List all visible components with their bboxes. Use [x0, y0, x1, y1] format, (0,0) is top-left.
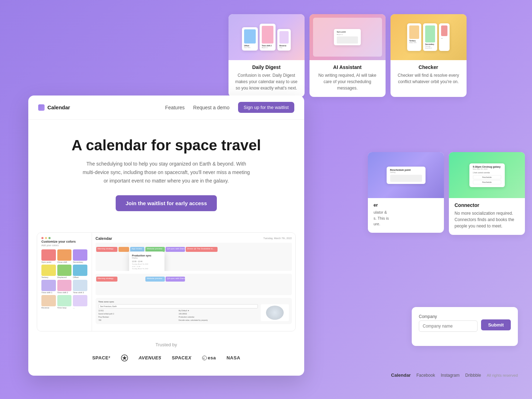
checker-image: Tertiary Within 10% Secondary Strongly d…: [391, 14, 467, 60]
footer-section: Calendar Facebook Instagram Dribbble All…: [391, 372, 518, 378]
cal-popup: Production sync Display 12:00 - 12:44 Tu…: [129, 251, 164, 271]
cal-date: Tuesday, March 7th, 2022: [263, 237, 292, 239]
calendar-main: Calendar Tuesday, March 7th, 2022 Mornin…: [92, 233, 295, 331]
feature-card-calculator: Reschedule point Setting er ulator &s. T…: [368, 152, 444, 233]
cal-time-grid-2: Morning strategy Website preview QA sync…: [96, 274, 292, 295]
footer-link-dribbble[interactable]: Dribbble: [465, 373, 481, 378]
color-grid: Sync point Close shift Secondary Tertiar…: [41, 249, 87, 309]
logo-esa: € esa: [202, 355, 216, 360]
trusted-section: Trusted by SPACE² AVENUE5 SPACEX € esa N…: [28, 331, 304, 362]
connector-image: 5:30pm Circinug galaxy Mon April 25, 202…: [449, 152, 525, 198]
cal-event-9: QA sync with Diana: [166, 277, 185, 282]
hero-cta-button[interactable]: Join the waitlist for early access: [116, 195, 217, 211]
daily-digest-image: Offset Over 85% Time shift 2 Maybe no Re…: [229, 14, 305, 60]
cal-event-1: Morning strategy: [96, 247, 117, 252]
main-card: Calendar Features Request a demo Sign up…: [28, 96, 304, 376]
ai-assistant-image: Sync point Maybe no: [310, 14, 386, 60]
cal-event-7: Morning strategy: [96, 277, 117, 282]
logo-spacex: SPACEX: [172, 355, 192, 360]
cal-event-4: Website preview: [145, 247, 165, 252]
calendar-screenshot: Customize your colors Add your colors Sy…: [37, 232, 296, 331]
ai-assistant-title: AI Assistant: [310, 64, 386, 70]
footer-link-instagram[interactable]: Instagram: [441, 373, 459, 378]
submit-button[interactable]: Submit: [481, 319, 511, 330]
company-label: Company: [419, 314, 478, 319]
svg-marker-1: [122, 355, 127, 360]
trusted-label: Trusted by: [42, 342, 290, 347]
cal-title: Calendar: [96, 236, 112, 241]
form-section: Company Submit: [412, 307, 518, 346]
logo: Calendar: [38, 104, 165, 111]
cal-settings: Time zone sync San Francisco, Earth 12:8…: [96, 298, 292, 324]
footer-link-facebook[interactable]: Facebook: [416, 373, 435, 378]
cal-event-2: [118, 247, 129, 252]
company-input[interactable]: [419, 320, 478, 332]
svg-text:€: €: [203, 357, 205, 359]
cal-time-grid-1: Morning strategy App review Website prev…: [96, 243, 292, 271]
feature-card-checker: Tertiary Within 10% Secondary Strongly d…: [391, 14, 467, 97]
nav-links: Features Request a demo Sign up for the …: [165, 102, 294, 113]
logo-nasa: NASA: [226, 355, 240, 360]
trusted-logos: SPACE² AVENUE5 SPACEX € esa NASA: [42, 354, 290, 362]
feature-card-ai-assistant: Sync point Maybe no AI Assistant No writ…: [310, 14, 386, 97]
cal-sidebar-title: Customize your colors: [41, 240, 87, 243]
hero-title: A calendar for space travel: [50, 137, 283, 154]
calculator-desc: ulator &s. This isure.: [374, 209, 438, 227]
nav-link-features[interactable]: Features: [165, 105, 185, 110]
connector-popup: 5:30pm Circinug galaxy Mon April 25, 202…: [469, 163, 505, 187]
logo-icon: [38, 104, 45, 111]
hero-section: A calendar for space travel The scheduly…: [28, 120, 304, 222]
logo-space: SPACE²: [92, 355, 110, 360]
footer-brand: Calendar: [391, 372, 411, 378]
feature-card-daily-digest: Offset Over 85% Time shift 2 Maybe no Re…: [229, 14, 305, 97]
feature-card-connector: 5:30pm Circinug galaxy Mon April 25, 202…: [449, 152, 525, 235]
daily-digest-title: Daily Digest: [229, 64, 305, 70]
calendar-sidebar: Customize your colors Add your colors Sy…: [37, 233, 92, 331]
nav-link-demo[interactable]: Request a demo: [193, 105, 230, 110]
hero-description: The schedulying tool to help you stay or…: [81, 160, 251, 185]
navbar: Calendar Features Request a demo Sign up…: [28, 96, 304, 120]
cal-sidebar-sub: Add your colors: [41, 244, 87, 247]
cal-event-6: Dinner @ The Snakebite to...: [186, 247, 218, 252]
logo-text: Calendar: [47, 104, 70, 110]
connector-title: Connector: [455, 202, 519, 208]
logo-starfleet: [121, 354, 128, 362]
cal-event-8: Website preview: [145, 277, 165, 282]
connector-desc: No more socialization required. Connecto…: [455, 210, 519, 229]
ai-assistant-desc: No writing required, AI will take care o…: [310, 72, 386, 91]
checker-desc: Checker will find & resolve every confli…: [391, 72, 467, 85]
cal-event-5: QA sync with Diana: [166, 247, 185, 252]
cal-event-3: App review: [130, 247, 144, 252]
checker-title: Checker: [391, 64, 467, 70]
nav-cta-button[interactable]: Sign up for the waitlist: [238, 102, 294, 113]
reschedule-btn-2[interactable]: Reschedule: [473, 180, 501, 184]
calculator-title: er: [374, 202, 438, 208]
logo-avenue5: AVENUE5: [139, 355, 161, 360]
reschedule-btn-1[interactable]: Reschedule: [473, 175, 501, 179]
footer-copyright: All rights reserved: [487, 373, 518, 377]
daily-digest-desc: Confusion is over. Daily Digest makes yo…: [229, 72, 305, 91]
